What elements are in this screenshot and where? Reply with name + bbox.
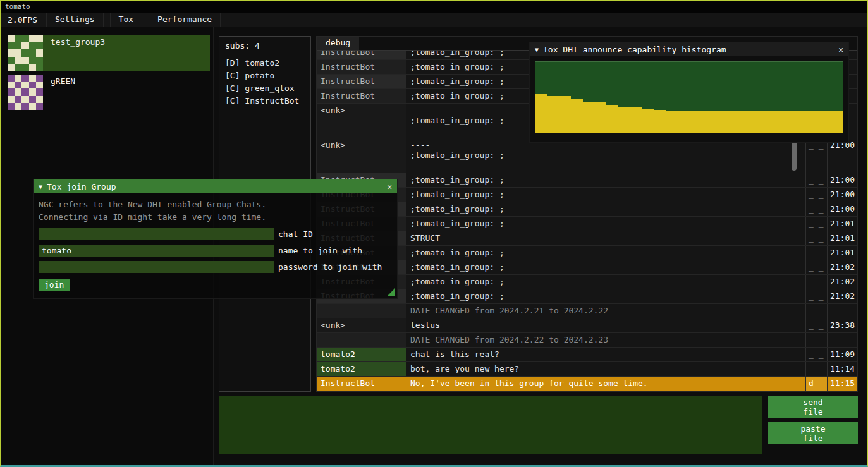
sender-name: [317, 304, 406, 318]
message-line: ;tomato_in_group: ;: [410, 190, 802, 200]
app-window: tomato 2.0FPS Settings Tox Performance t…: [0, 0, 868, 467]
join-window-titlebar[interactable]: ▼ Tox join Group ✕: [34, 179, 397, 193]
close-icon[interactable]: ✕: [838, 45, 843, 54]
message-text: ;tomato_in_group: ;: [406, 246, 805, 260]
group-item[interactable]: test_group3: [8, 35, 210, 71]
system-text: DATE CHANGED from 2024.2.22 to 2024.2.23: [406, 333, 805, 347]
sub-item[interactable]: [C] green_qtox: [225, 82, 305, 95]
send-file-button[interactable]: send file: [768, 396, 858, 418]
menu-settings[interactable]: Settings: [46, 13, 104, 27]
chat-row: InstructBot;tomato_in_group: ;_ _21:00: [317, 202, 857, 217]
message-line: ;tomato_in_group: ;: [410, 262, 802, 272]
resize-grip-icon[interactable]: [387, 288, 395, 296]
join-group-window: ▼ Tox join Group ✕ NGC refers to the New…: [33, 179, 398, 299]
avatar-pixel: [8, 57, 15, 64]
chat-row: InstructBotNo, I've been in this group f…: [317, 377, 857, 391]
histogram-bar: [642, 109, 654, 133]
avatar-pixel: [29, 82, 36, 88]
avatar-pixel: [29, 35, 36, 42]
message-text: ;tomato_in_group: ;: [406, 217, 805, 231]
avatar-pixel: [21, 75, 28, 82]
sub-item[interactable]: [D] tomato2: [225, 57, 305, 70]
menu-tox[interactable]: Tox: [110, 13, 142, 27]
message-line: ----: [410, 161, 802, 171]
message-flags: [805, 304, 827, 318]
message-time: 11:14: [827, 362, 857, 376]
message-text: ;tomato_in_group: ;: [406, 289, 805, 303]
message-text: ;tomato_in_group: ;: [406, 173, 805, 187]
message-input[interactable]: [219, 396, 762, 454]
avatar-pixel: [8, 82, 15, 88]
message-flags: _ _: [805, 318, 827, 332]
message-time: [827, 304, 857, 318]
avatar-pixel: [21, 57, 28, 64]
avatar-pixel: [36, 103, 43, 110]
message-line: ;tomato_in_group: ;: [410, 248, 802, 258]
system-row: DATE CHANGED from 2024.2.21 to 2024.2.22: [317, 304, 857, 318]
avatar-pixel: [15, 64, 21, 71]
join-password-input[interactable]: [39, 261, 274, 273]
message-time: 21:01: [827, 246, 857, 260]
send-file-label-line2: file: [803, 407, 822, 416]
histogram-bar: [630, 107, 642, 133]
sender-name: tomato2: [317, 348, 406, 361]
message-text: testus: [406, 318, 805, 332]
chat-scrollbar[interactable]: [792, 140, 797, 171]
message-text: No, I've been in this group for quite so…: [406, 377, 805, 391]
close-icon[interactable]: ✕: [387, 182, 392, 191]
message-time: 11:15: [827, 377, 857, 391]
message-text: ----;tomato_in_group: ;----: [406, 138, 805, 173]
message-flags: _ _: [805, 246, 827, 260]
message-line: bot, are you new here?: [410, 364, 802, 374]
avatar-pixel: [8, 64, 15, 71]
histogram-bar: [712, 111, 724, 133]
message-time: 21:02: [827, 275, 857, 289]
sender-name: InstructBot: [317, 60, 406, 74]
message-time: 23:38: [827, 318, 857, 332]
avatar-pixel: [15, 75, 21, 82]
histogram-bar: [748, 111, 760, 133]
message-flags: _ _: [805, 348, 827, 361]
chat-row: InstructBot;tomato_in_group: ;_ _21:01: [317, 217, 857, 231]
message-flags: _ _: [805, 173, 827, 187]
histogram-window-titlebar[interactable]: ▼ Tox DHT announce capability histogram …: [530, 42, 848, 56]
avatar-pixel: [36, 57, 43, 64]
join-password-label: password to join with: [278, 262, 382, 272]
sub-item[interactable]: [C] InstructBot: [225, 95, 305, 107]
group-avatar: [8, 35, 43, 71]
message-line: ;tomato_in_group: ;: [410, 150, 802, 161]
message-line: ;tomato_in_group: ;: [410, 291, 802, 301]
paste-file-button[interactable]: paste file: [768, 422, 858, 444]
message-flags: _ _: [805, 202, 827, 216]
collapse-arrow-icon[interactable]: ▼: [39, 183, 42, 190]
collapse-arrow-icon[interactable]: ▼: [535, 46, 539, 53]
group-avatar: [8, 75, 43, 110]
tab-debug[interactable]: debug: [317, 37, 359, 50]
group-item[interactable]: gREEN: [8, 75, 210, 110]
histogram-window-body: [530, 56, 848, 138]
message-time: [827, 333, 857, 347]
compose-area: send file paste file: [219, 396, 858, 454]
join-name-input[interactable]: [39, 245, 274, 257]
histogram-bar: [547, 96, 559, 133]
histogram-bar: [795, 111, 807, 133]
message-flags: _ _: [805, 362, 827, 376]
menu-performance[interactable]: Performance: [149, 13, 221, 27]
message-text: ;tomato_in_group: ;: [406, 202, 805, 216]
send-file-label-line1: send: [803, 397, 822, 407]
avatar-pixel: [15, 35, 21, 42]
join-button[interactable]: join: [39, 279, 70, 291]
sub-item[interactable]: [C] potato: [225, 70, 305, 82]
avatar-pixel: [8, 96, 15, 103]
chat-row: InstructBot;tomato_in_group: ;_ _21:02: [317, 260, 857, 275]
histogram-bar: [583, 102, 595, 133]
histogram-bar: [807, 111, 819, 133]
avatar-pixel: [8, 75, 15, 82]
message-time: 21:00: [827, 188, 857, 202]
message-flags: _ _: [805, 138, 827, 173]
chat-id-input[interactable]: [39, 228, 274, 240]
message-time: 21:01: [827, 231, 857, 245]
message-flags: _ _: [805, 275, 827, 289]
message-flags: _ _: [805, 260, 827, 274]
chat-row: InstructBot;tomato_in_group: ;_ _21:00: [317, 188, 857, 202]
